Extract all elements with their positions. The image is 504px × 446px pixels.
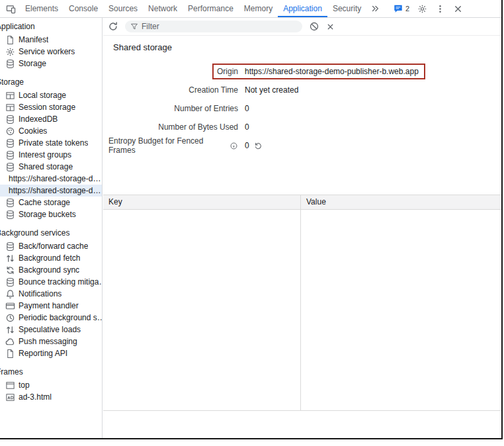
sidebar-item-shared-storage[interactable]: Shared storage bbox=[0, 161, 102, 173]
updown-icon bbox=[5, 325, 15, 335]
report-value-cell: 0 bbox=[245, 104, 249, 113]
tab-performance[interactable]: Performance bbox=[183, 0, 239, 17]
sidebar-item-indexeddb[interactable]: IndexedDB bbox=[0, 113, 102, 125]
sidebar-item-reporting-api[interactable]: Reporting API bbox=[0, 347, 102, 359]
sidebar-item-label: Background fetch bbox=[19, 253, 80, 263]
sidebar-item-storage[interactable]: Storage bbox=[0, 58, 102, 69]
cookie-icon bbox=[5, 126, 15, 136]
tab-security[interactable]: Security bbox=[327, 0, 366, 17]
application-sidebar: ApplicationManifestService workersStorag… bbox=[0, 18, 103, 438]
sidebar-item-background-sync[interactable]: Background sync bbox=[0, 264, 102, 276]
sidebar-item-label: Payment handler bbox=[19, 301, 79, 310]
column-header-value[interactable]: Value bbox=[301, 195, 501, 209]
report-value: 0 bbox=[245, 104, 249, 113]
table-body bbox=[103, 210, 501, 411]
sidebar-item-label: Shared storage bbox=[19, 162, 73, 171]
tab-bar: ElementsConsoleSourcesNetworkPerformance… bbox=[0, 0, 501, 18]
sidebar-item-label: Reporting API bbox=[19, 349, 67, 358]
sidebar-item-label: Back/forward cache bbox=[19, 242, 88, 251]
database-icon bbox=[5, 150, 15, 160]
sidebar-item-private-state-tokens[interactable]: Private state tokens bbox=[0, 137, 102, 149]
sidebar-item-ad-3-html[interactable]: ad-3.html bbox=[0, 391, 102, 403]
sidebar-item-label: Cache storage bbox=[19, 198, 70, 207]
tab-application[interactable]: Application bbox=[278, 0, 327, 17]
sidebar-section-background-services: Background services bbox=[0, 228, 102, 238]
report-row-number-of-bytes-used: Number of Bytes Used0 bbox=[103, 118, 501, 136]
issues-button[interactable]: 2 bbox=[394, 4, 409, 13]
sidebar-item-label: Storage buckets bbox=[19, 210, 76, 219]
sidebar-item-label: IndexedDB bbox=[19, 114, 58, 124]
report-row-creation-time: Creation TimeNot yet created bbox=[103, 81, 501, 99]
tab-elements[interactable]: Elements bbox=[20, 0, 63, 17]
kebab-menu-icon[interactable] bbox=[435, 4, 445, 14]
delete-all-icon[interactable] bbox=[309, 21, 319, 32]
filter-placeholder: Filter bbox=[142, 22, 159, 31]
report-label: Number of Bytes Used bbox=[158, 122, 238, 132]
sidebar-item-speculative-loads[interactable]: Speculative loads bbox=[0, 324, 102, 335]
sidebar-item-label: https://shared-storage-d… bbox=[9, 186, 101, 195]
table-icon bbox=[5, 103, 15, 112]
sidebar-item-service-workers[interactable]: Service workers bbox=[0, 46, 102, 58]
report-value-cell: Not yet created bbox=[245, 85, 298, 95]
tab-network[interactable]: Network bbox=[143, 0, 183, 17]
report-value-cell: 0 bbox=[245, 141, 263, 150]
report-row-origin: Originhttps://shared-storage-demo-publis… bbox=[103, 62, 501, 81]
database-icon bbox=[5, 59, 15, 69]
database-icon bbox=[5, 277, 15, 287]
sidebar-item-cache-storage[interactable]: Cache storage bbox=[0, 197, 102, 208]
tab-sources[interactable]: Sources bbox=[103, 0, 143, 17]
tab-strip: ElementsConsoleSourcesNetworkPerformance… bbox=[20, 0, 366, 17]
sidebar-item-label: Push messaging bbox=[19, 337, 77, 346]
sidebar-item-https-shared-storage-d[interactable]: https://shared-storage-d… bbox=[0, 185, 102, 197]
document-icon bbox=[5, 349, 15, 359]
close-icon[interactable] bbox=[326, 22, 335, 31]
sidebar-item-notifications[interactable]: Notifications bbox=[0, 288, 102, 300]
sidebar-item-label: Local storage bbox=[19, 91, 66, 100]
refresh-icon[interactable] bbox=[108, 21, 118, 32]
sidebar-item-label: ad-3.html bbox=[19, 392, 52, 402]
info-icon[interactable] bbox=[230, 142, 238, 150]
sidebar-item-label: Interest groups bbox=[19, 150, 71, 159]
sidebar-item-background-fetch[interactable]: Background fetch bbox=[0, 252, 102, 264]
reset-icon[interactable] bbox=[254, 142, 263, 150]
filter-input[interactable]: Filter bbox=[125, 21, 302, 32]
device-toolbar-icon[interactable] bbox=[6, 4, 16, 14]
sidebar-item-label: Notifications bbox=[19, 289, 62, 298]
sidebar-item-interest-groups[interactable]: Interest groups bbox=[0, 149, 102, 161]
report-value: 0 bbox=[245, 122, 249, 132]
table-icon bbox=[5, 91, 15, 101]
sidebar-item-back-forward-cache[interactable]: Back/forward cache bbox=[0, 240, 102, 252]
tab-memory[interactable]: Memory bbox=[239, 0, 278, 17]
frame-ad-icon bbox=[5, 392, 15, 402]
sync-icon bbox=[5, 265, 15, 275]
sidebar-item-push-messaging[interactable]: Push messaging bbox=[0, 335, 102, 347]
more-tabs-icon[interactable] bbox=[370, 4, 380, 13]
sidebar-item-label: Private state tokens bbox=[19, 138, 88, 148]
sidebar-item-top[interactable]: top bbox=[0, 379, 102, 391]
sidebar-item-periodic-background-s[interactable]: Periodic background s… bbox=[0, 312, 102, 324]
sidebar-item-local-storage[interactable]: Local storage bbox=[0, 89, 102, 101]
report-label-cell: Number of Entries bbox=[108, 104, 238, 113]
sidebar-item-label: https://shared-storage-d… bbox=[9, 174, 101, 183]
frame-icon bbox=[5, 380, 15, 390]
tab-console[interactable]: Console bbox=[63, 0, 103, 17]
sidebar-item-payment-handler[interactable]: Payment handler bbox=[0, 300, 102, 312]
updown-icon bbox=[5, 253, 15, 263]
report-label: Creation Time bbox=[189, 85, 238, 95]
sidebar-item-storage-buckets[interactable]: Storage buckets bbox=[0, 208, 102, 220]
devtools-window: ElementsConsoleSourcesNetworkPerformance… bbox=[0, 0, 503, 439]
sidebar-item-label: Manifest bbox=[19, 35, 48, 44]
sidebar-item-label: Bounce tracking mitiga… bbox=[19, 277, 102, 287]
settings-gear-icon[interactable] bbox=[417, 4, 427, 14]
close-devtools-icon[interactable] bbox=[453, 4, 463, 14]
report-value: https://shared-storage-demo-publisher-b.… bbox=[238, 64, 425, 79]
column-header-key[interactable]: Key bbox=[103, 195, 301, 209]
sidebar-item-cookies[interactable]: Cookies bbox=[0, 125, 102, 137]
sidebar-item-manifest[interactable]: Manifest bbox=[0, 34, 102, 46]
sidebar-item-bounce-tracking-mitiga[interactable]: Bounce tracking mitiga… bbox=[0, 276, 102, 288]
sidebar-item-label: Background sync bbox=[19, 265, 79, 275]
database-icon bbox=[5, 162, 15, 172]
sidebar-item-https-shared-storage-d[interactable]: https://shared-storage-d… bbox=[0, 173, 102, 185]
sidebar-item-session-storage[interactable]: Session storage bbox=[0, 101, 102, 113]
report-value-cell: 0 bbox=[245, 122, 249, 132]
